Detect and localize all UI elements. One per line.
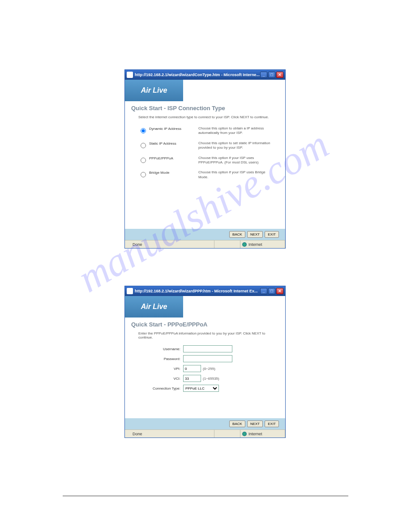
- input-password[interactable]: [183, 355, 232, 362]
- globe-icon: [242, 432, 247, 436]
- page-icon: [127, 432, 131, 436]
- status-text: Done: [125, 240, 214, 248]
- option-bridge[interactable]: Bridge Mode Choose this option if your I…: [125, 167, 285, 182]
- row-vci: VCI: (1~65535): [125, 373, 285, 383]
- maximize-button[interactable]: □: [268, 72, 275, 78]
- row-password: Password:: [125, 354, 285, 364]
- exit-button[interactable]: EXIT: [265, 420, 279, 427]
- status-internet: Internet: [248, 242, 262, 247]
- maximize-button[interactable]: □: [268, 288, 275, 294]
- status-done: Done: [133, 242, 142, 247]
- status-text: Done: [125, 430, 214, 438]
- window-buttons: _ □ ✕: [260, 72, 283, 78]
- label-username: Username:: [138, 347, 183, 351]
- page-title: Quick Start - ISP Connection Type: [125, 101, 285, 113]
- next-button[interactable]: NEXT: [247, 420, 263, 427]
- exit-button[interactable]: EXIT: [265, 231, 279, 238]
- close-button[interactable]: ✕: [276, 72, 283, 78]
- status-zone: Internet: [240, 430, 285, 438]
- window-buttons: _ □ ✕: [260, 288, 283, 294]
- minimize-button[interactable]: _: [260, 72, 267, 78]
- minimize-button[interactable]: _: [260, 288, 267, 294]
- option-dynamic-ip[interactable]: Dynamic IP Address Choose this option to…: [125, 124, 285, 138]
- label-password: Password:: [138, 357, 183, 361]
- logo-bar: Air Live: [125, 296, 285, 317]
- option-desc: Choose this option if your ISP uses PPPo…: [198, 156, 272, 165]
- label-conntype: Connection Type:: [138, 386, 183, 390]
- status-spacer: [214, 430, 240, 438]
- radio-static-ip[interactable]: [141, 143, 146, 148]
- next-button[interactable]: NEXT: [247, 231, 263, 238]
- globe-icon: [242, 242, 247, 247]
- page-title: Quick Start - PPPoE/PPPoA: [125, 317, 285, 330]
- logo-spacer: [183, 296, 285, 317]
- status-zone: Internet: [240, 240, 285, 248]
- note-vci: (1~65535): [203, 377, 219, 381]
- window-title: http://192.168.2.1/wizard/wizardConType.…: [135, 73, 260, 77]
- browser-window-pppoe: http://192.168.2.1/wizard/wizardPPP.htm …: [124, 286, 286, 438]
- status-spacer: [214, 240, 240, 248]
- button-bar: BACK NEXT EXIT: [125, 418, 285, 429]
- option-desc: Choose this option to set static IP info…: [198, 141, 272, 150]
- label-vci: VCI:: [138, 377, 183, 381]
- row-conntype: Connection Type: PPPoE LLC: [125, 383, 285, 393]
- input-vpi[interactable]: [183, 365, 201, 372]
- option-label: PPPoE/PPPoA: [149, 156, 194, 160]
- input-username[interactable]: [183, 345, 232, 352]
- titlebar[interactable]: http://192.168.2.1/wizard/wizardPPP.htm …: [125, 286, 285, 296]
- option-label: Dynamic IP Address: [149, 126, 194, 131]
- select-conntype[interactable]: PPPoE LLC: [183, 385, 219, 392]
- airlive-logo: Air Live: [125, 80, 183, 101]
- option-static-ip[interactable]: Static IP Address Choose this option to …: [125, 138, 285, 153]
- ie-icon: [127, 72, 133, 78]
- instruction-text: Select the internet connection type to c…: [125, 113, 285, 124]
- instruction-text: Enter the PPPoE/PPPoA information provid…: [125, 330, 285, 344]
- option-desc: Choose this option if your ISP uses Brid…: [198, 170, 272, 180]
- radio-bridge[interactable]: [141, 172, 146, 177]
- note-vpi: (0~255): [203, 367, 215, 371]
- close-button[interactable]: ✕: [276, 288, 283, 294]
- ie-icon: [127, 288, 133, 294]
- browser-window-isp-type: http://192.168.2.1/wizard/wizardConType.…: [124, 69, 286, 249]
- option-desc: Choose this option to obtain a IP addres…: [198, 126, 272, 136]
- status-internet: Internet: [248, 432, 262, 436]
- logo-bar: Air Live: [125, 80, 285, 101]
- button-bar: BACK NEXT EXIT: [125, 229, 285, 240]
- page-icon: [127, 242, 131, 247]
- radio-dynamic-ip[interactable]: [141, 128, 146, 133]
- option-label: Bridge Mode: [149, 170, 194, 175]
- back-button[interactable]: BACK: [229, 231, 245, 238]
- airlive-logo: Air Live: [125, 296, 183, 317]
- input-vci[interactable]: [183, 375, 201, 382]
- row-username: Username:: [125, 344, 285, 354]
- row-vpi: VPI: (0~255): [125, 364, 285, 373]
- label-vpi: VPI:: [138, 367, 183, 371]
- statusbar: Done Internet: [125, 429, 285, 438]
- status-done: Done: [133, 432, 142, 436]
- window-title: http://192.168.2.1/wizard/wizardPPP.htm …: [135, 289, 260, 293]
- titlebar[interactable]: http://192.168.2.1/wizard/wizardConType.…: [125, 70, 285, 80]
- page-separator: [63, 496, 348, 496]
- radio-pppoe[interactable]: [141, 158, 146, 163]
- logo-spacer: [183, 80, 285, 101]
- statusbar: Done Internet: [125, 240, 285, 248]
- option-label: Static IP Address: [149, 141, 194, 146]
- option-pppoe[interactable]: PPPoE/PPPoA Choose this option if your I…: [125, 153, 285, 168]
- back-button[interactable]: BACK: [229, 420, 245, 427]
- content-area: Air Live Quick Start - PPPoE/PPPoA Enter…: [125, 296, 285, 429]
- content-area: Air Live Quick Start - ISP Connection Ty…: [125, 80, 285, 240]
